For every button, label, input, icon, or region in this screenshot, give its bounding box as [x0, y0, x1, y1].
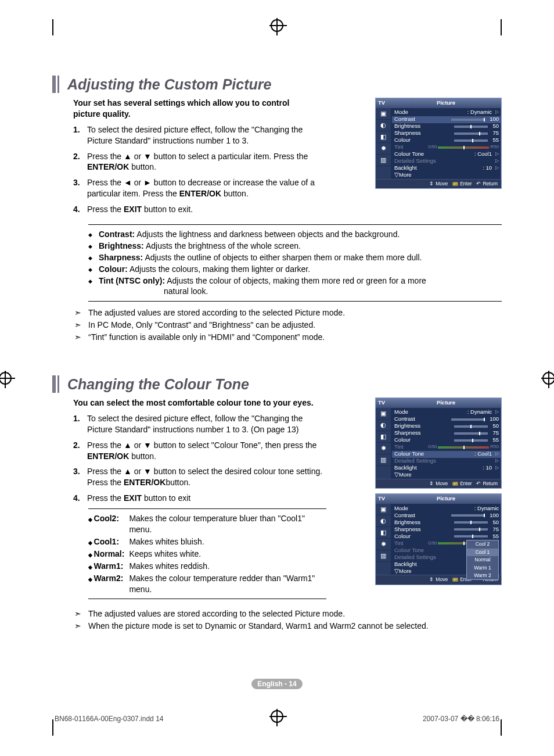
- step-text: Press the EXIT button to exit.: [87, 204, 323, 215]
- definition-item: Tint (NTSC only): Adjusts the colour of …: [88, 275, 502, 298]
- crop-mark: [501, 19, 502, 35]
- colour-tone-dropdown: Cool 2 Cool 1 Normal Warm 1 Warm 2: [466, 540, 499, 580]
- step-text: Press the ▲ or ▼ button to select "Colou…: [87, 440, 323, 462]
- section-adjusting-custom-picture: Adjusting the Custom Picture TV Picture …: [52, 76, 502, 343]
- note-item: When the picture mode is set to Dynamic …: [74, 621, 502, 632]
- osd-row-label: Brightness: [394, 123, 454, 130]
- osd-title: Picture: [393, 99, 499, 107]
- osd-row-label: ▽More: [394, 171, 499, 179]
- definition-item: Colour: Adjusts the colours, making them…: [88, 264, 502, 275]
- definitions-box: Contrast: Adjusts the lightness and dark…: [88, 224, 502, 302]
- step-text: To select the desired picture effect, fo…: [87, 413, 323, 435]
- step-text: Press the ◄ or ► button to decrease or i…: [87, 177, 323, 199]
- section-changing-colour-tone: Changing the Colour Tone TVPicture ▣◐◧✹▥…: [52, 375, 502, 632]
- note-item: The adjusted values are stored according…: [74, 307, 502, 318]
- crop-mark: [501, 719, 502, 736]
- slider: [454, 126, 488, 128]
- osd-row-label: Tint: [394, 144, 428, 151]
- page-number-badge: English - 14: [251, 679, 302, 689]
- osd-row-label: Sharpness: [394, 130, 454, 137]
- footer-timestamp: 2007-03-07 �� 8:06:16: [423, 715, 499, 723]
- definition-item: Brightness: Adjusts the brightness of th…: [88, 241, 502, 252]
- osd-row-label: Backlight: [394, 164, 483, 172]
- channel-icon: ◧: [376, 131, 391, 143]
- note-item: “Tint” function is available only in “HD…: [74, 332, 502, 343]
- dropdown-option: Warm 2: [467, 572, 498, 579]
- osd-picture-menu: TVPicture ▣◐◧✹▥ Mode: Dynamic▷ Contrast1…: [375, 397, 502, 489]
- section-intro: Your set has several settings which allo…: [73, 98, 317, 120]
- step-text: To select the desired picture effect, fo…: [87, 124, 323, 146]
- registration-mark-icon: [542, 372, 554, 385]
- step-number: 3.: [73, 177, 87, 199]
- osd-category-icons: ▣ ◐ ◧ ✹ ▥: [376, 108, 391, 179]
- tint-slider: [438, 146, 489, 149]
- heading-rule: [52, 375, 56, 393]
- registration-mark-icon: [271, 19, 283, 32]
- footer-doc-id: BN68-01166A-00Eng-0307.indd 14: [55, 715, 163, 723]
- crop-mark: [52, 19, 53, 35]
- step-number: 2.: [73, 151, 87, 173]
- input-icon: ▥: [376, 155, 391, 166]
- setup-icon: ✹: [376, 143, 391, 155]
- dropdown-option: Normal: [467, 556, 498, 564]
- term: Warm1:: [88, 560, 129, 572]
- registration-mark-icon: [271, 710, 283, 723]
- term: Cool2:: [88, 513, 129, 536]
- osd-picture-menu: TV Picture ▣ ◐ ◧ ✹ ▥ Mode: Dynamic▷: [375, 98, 502, 189]
- slider: [454, 132, 488, 135]
- osd-picture-menu-dropdown: TVPicture ▣◐◧✹▥ Mode: Dynamic Contrast10…: [375, 493, 502, 585]
- definition: Keeps whites white.: [129, 548, 326, 560]
- term: Normal:: [88, 548, 129, 560]
- registration-mark-icon: [0, 372, 12, 385]
- osd-row-label: Contrast: [394, 116, 451, 123]
- step-number: 1.: [73, 124, 87, 146]
- crop-mark: [52, 719, 53, 736]
- picture-icon: ▣: [376, 108, 391, 120]
- sound-icon: ◐: [376, 120, 391, 131]
- osd-row-label: Mode: [394, 109, 467, 116]
- term: Warm2:: [88, 572, 129, 596]
- chevron-right-icon: ▷: [495, 109, 499, 116]
- dropdown-option-selected: Cool 1: [467, 549, 498, 556]
- osd-row-label: Colour Tone: [394, 151, 474, 158]
- section-title: Adjusting the Custom Picture: [59, 76, 271, 93]
- step-number: 4.: [73, 204, 87, 215]
- definition: Makes whites bluish.: [129, 536, 326, 548]
- osd-row-label: Colour: [394, 137, 454, 144]
- step-text: Press the ▲ or ▼ button to select the de…: [87, 466, 323, 488]
- definitions-box: Cool2:Makes the colour temperature bluer…: [88, 508, 326, 599]
- definition: Makes whites reddish.: [129, 560, 326, 572]
- note-item: In PC Mode, Only "Contrast" and "Brightn…: [74, 320, 502, 331]
- definition: Makes the colour temperature bluer than …: [129, 513, 326, 536]
- slider: [451, 119, 485, 121]
- section-title: Changing the Colour Tone: [59, 376, 249, 393]
- definition: Makes the colour temperature redder than…: [129, 572, 326, 596]
- osd-tv-label: TV: [378, 99, 393, 107]
- step-text: Press the EXIT button to exit: [87, 493, 323, 504]
- slider: [454, 139, 488, 142]
- dropdown-option: Cool 2: [467, 540, 498, 548]
- note-item: The adjusted values are stored according…: [74, 608, 502, 619]
- heading-rule: [52, 76, 56, 93]
- chevron-right-icon: ▷: [495, 158, 499, 164]
- notes-list: The adjusted values are stored according…: [74, 608, 502, 632]
- dropdown-option: Warm 1: [467, 564, 498, 572]
- section-intro: You can select the most comfortable colo…: [73, 397, 317, 409]
- definition-item: Contrast: Adjusts the lightness and dark…: [88, 229, 502, 240]
- osd-row-label: Detailed Settings: [394, 157, 494, 165]
- term: Cool1:: [88, 536, 129, 548]
- step-text: Press the ▲ or ▼ button to select a part…: [87, 151, 323, 173]
- osd-hint-move: Move: [429, 181, 448, 187]
- definition-item: Sharpness: Adjusts the outline of object…: [88, 252, 502, 263]
- chevron-right-icon: ▷: [495, 151, 499, 157]
- notes-list: The adjusted values are stored according…: [74, 307, 502, 343]
- chevron-right-icon: ▷: [495, 165, 499, 171]
- osd-hint-return: Return: [476, 181, 498, 187]
- osd-hint-enter: Enter: [452, 181, 472, 187]
